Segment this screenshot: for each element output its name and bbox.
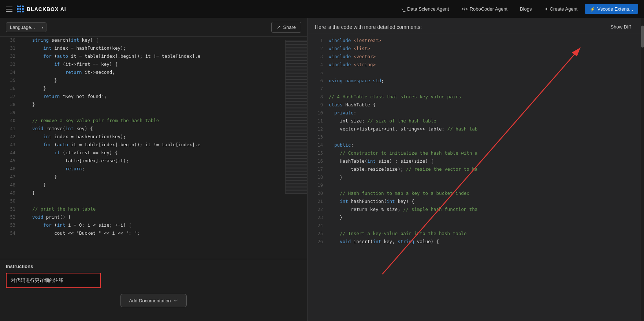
table-row: 2#include <list>: [308, 45, 644, 53]
table-row: 51 // print the hash table: [0, 205, 307, 214]
share-button[interactable]: ↗ Share: [271, 22, 301, 33]
instructions-label: Instructions: [6, 264, 301, 269]
table-row: 11 int size; // size of the hash table: [308, 117, 644, 125]
minimap-content: [286, 40, 307, 194]
table-row: 44 if (it->first == key) {: [0, 149, 307, 157]
instructions-box[interactable]: 对代码进行更详细的注释: [6, 273, 101, 288]
table-row: 35 }: [0, 77, 307, 85]
table-row: 38 }: [0, 101, 307, 109]
bottom-section: Instructions 对代码进行更详细的注释 Add Documentati…: [0, 259, 307, 321]
table-row: 32 for (auto it = table[index].begin(); …: [0, 53, 307, 61]
table-row: 34 return it->second;: [0, 69, 307, 77]
table-row: 7: [308, 85, 644, 93]
scrollbar[interactable]: [641, 18, 644, 321]
table-row: 10 private:: [308, 109, 644, 117]
table-row: 25 // Insert a key-value pair into the h…: [308, 230, 644, 238]
table-row: 36 }: [0, 85, 307, 93]
table-row: 46 return;: [0, 165, 307, 173]
table-row: 5: [308, 69, 644, 77]
table-row: 52 void print() {: [0, 214, 307, 222]
table-row: 31 int index = hashFunction(key);: [0, 45, 307, 53]
scrollbar-thumb[interactable]: [641, 26, 644, 48]
left-code-editor[interactable]: 30 string search(int key) {31 int index …: [0, 37, 307, 259]
add-documentation-area: Add Documentation ↵: [6, 294, 301, 307]
table-row: 49 }: [0, 189, 307, 197]
table-row: 42 int index = hashFunction(key);: [0, 133, 307, 141]
nav-left: BLACKBOX AI: [6, 5, 66, 12]
table-row: 9class HashTable {: [308, 101, 644, 109]
right-panel: Here is the code with more detailed comm…: [308, 18, 644, 321]
create-agent-button[interactable]: ✦ Create Agent: [539, 4, 583, 14]
nav-right: ›_ Data Science Agent </> RoboCoder Agen…: [396, 4, 638, 14]
table-row: 37 return "Key not found";: [0, 93, 307, 101]
table-row: 13: [308, 133, 644, 141]
star-icon: ✦: [544, 7, 548, 12]
logo-text: BLACKBOX AI: [27, 6, 66, 12]
table-row: 4#include <string>: [308, 61, 644, 69]
minimap: [285, 40, 307, 194]
table-row: 12 vector<list<pair<int, string>>> table…: [308, 125, 644, 133]
table-row: 53 for (int i = 0; i < size; ++i) {: [0, 222, 307, 230]
table-row: 20 // Hash function to map a key to a bu…: [308, 190, 644, 198]
table-row: 26 void insert(int key, string value) {: [308, 238, 644, 246]
logo-area: BLACKBOX AI: [17, 5, 66, 12]
show-diff-button[interactable]: Show Diff: [611, 24, 631, 30]
share-icon: ↗: [277, 24, 281, 30]
table-row: 16 HashTable(int size) : size(size) {: [308, 158, 644, 166]
table-row: 48 }: [0, 181, 307, 189]
logo-dots-icon: [17, 5, 24, 12]
table-row: 18 }: [308, 174, 644, 182]
table-row: 54 cout << "Bucket " << i << ": ";: [0, 230, 307, 238]
table-row: 3#include <vector>: [308, 53, 644, 61]
hamburger-icon[interactable]: [6, 7, 12, 12]
code-icon: </>: [461, 7, 468, 12]
top-navigation: BLACKBOX AI ›_ Data Science Agent </> Ro…: [0, 0, 644, 18]
table-row: 17 table.resize(size); // resize the vec…: [308, 166, 644, 174]
table-row: 30 string search(int key) {: [0, 37, 307, 45]
main-layout: Language... C++ Python JavaScript ▾ ↗ Sh…: [0, 18, 644, 321]
table-row: 39: [0, 109, 307, 117]
table-row: 1#include <iostream>: [308, 37, 644, 45]
enter-icon: ↵: [174, 298, 178, 303]
table-row: 15 // Constructor to initialize the hash…: [308, 150, 644, 158]
table-row: 50: [0, 197, 307, 205]
table-row: 6using namespace std;: [308, 77, 644, 85]
table-row: 24: [308, 222, 644, 230]
table-row: 33 if (it->first == key) {: [0, 61, 307, 69]
table-row: 47 }: [0, 173, 307, 181]
table-row: 22 return key % size; // simple hash fun…: [308, 206, 644, 214]
robo-coder-agent-button[interactable]: </> RoboCoder Agent: [456, 4, 513, 14]
right-header: Here is the code with more detailed comm…: [308, 18, 644, 34]
table-row: 21 int hashFunction(int key) {: [308, 198, 644, 206]
table-row: 23 }: [308, 214, 644, 222]
table-row: 45 table[index].erase(it);: [0, 157, 307, 165]
table-row: 19: [308, 182, 644, 190]
language-select[interactable]: Language... C++ Python JavaScript: [6, 22, 46, 32]
left-panel: Language... C++ Python JavaScript ▾ ↗ Sh…: [0, 18, 308, 321]
blogs-button[interactable]: Blogs: [515, 4, 537, 14]
table-row: 40 // remove a key-value pair from the h…: [0, 117, 307, 125]
vscode-extension-button[interactable]: ⚡ Vscode Extens...: [585, 4, 638, 14]
table-row: 43 for (auto it = table[index].begin(); …: [0, 141, 307, 149]
vscode-icon: ⚡: [590, 7, 595, 12]
add-documentation-button[interactable]: Add Documentation ↵: [120, 294, 186, 307]
left-toolbar: Language... C++ Python JavaScript ▾ ↗ Sh…: [0, 18, 307, 37]
language-selector-wrapper: Language... C++ Python JavaScript ▾: [6, 22, 46, 32]
terminal-icon: ›_: [401, 7, 405, 12]
table-row: 14 public:: [308, 141, 644, 150]
data-science-agent-button[interactable]: ›_ Data Science Agent: [396, 4, 454, 14]
table-row: 41 void remove(int key) {: [0, 125, 307, 133]
right-code-editor[interactable]: 1#include <iostream>2#include <list>3#in…: [308, 34, 644, 321]
table-row: 8// A HashTable class that stores key-va…: [308, 93, 644, 101]
